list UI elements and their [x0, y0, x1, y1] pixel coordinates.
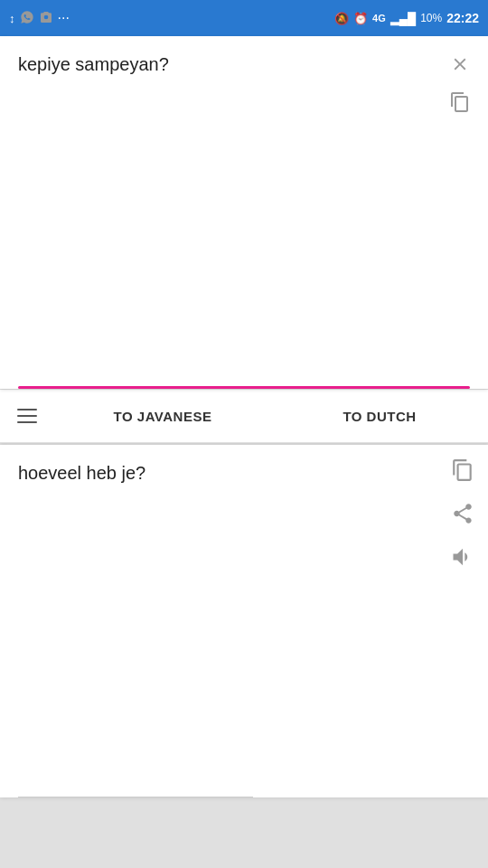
action-icons [446, 454, 479, 573]
output-section: hoeveel heb je? [0, 445, 488, 797]
hamburger-icon [17, 409, 37, 423]
copy-button[interactable] [446, 454, 479, 486]
input-text: kepiye sampeyan? [0, 36, 488, 93]
clipboard-button[interactable] [445, 87, 475, 118]
output-text: hoeveel heb je? [0, 445, 488, 502]
whatsapp-icon [20, 10, 34, 27]
silent-icon: 🔕 [334, 12, 349, 25]
status-right-icons: 🔕 ⏰ 4G ▂▄█ 10% 22:22 [334, 11, 479, 25]
hamburger-button[interactable] [0, 389, 54, 443]
share-button[interactable] [446, 497, 479, 530]
output-bottom-line [18, 797, 253, 798]
signal-bars-icon: ▂▄█ [390, 12, 416, 25]
status-bar: ↕ ··· 🔕 ⏰ 4G ▂▄█ 10% 22:22 [0, 0, 488, 36]
clear-button[interactable] [445, 49, 475, 80]
network-4g-icon: 4G [372, 13, 386, 24]
camera-icon [39, 10, 53, 27]
alarm-icon: ⏰ [353, 12, 368, 25]
speak-button[interactable] [446, 541, 479, 573]
tab-dutch[interactable]: TO DUTCH [271, 389, 488, 443]
time-display: 22:22 [446, 11, 479, 25]
tab-javanese[interactable]: TO JAVANESE [54, 389, 271, 443]
status-left-icons: ↕ ··· [9, 10, 70, 27]
more-icon: ··· [58, 10, 70, 26]
data-icon: ↕ [9, 12, 15, 25]
input-bottom-line [18, 386, 470, 389]
toolbar: TO JAVANESE TO DUTCH [0, 389, 488, 443]
input-section: kepiye sampeyan? [0, 36, 488, 389]
battery-text: 10% [420, 12, 442, 24]
